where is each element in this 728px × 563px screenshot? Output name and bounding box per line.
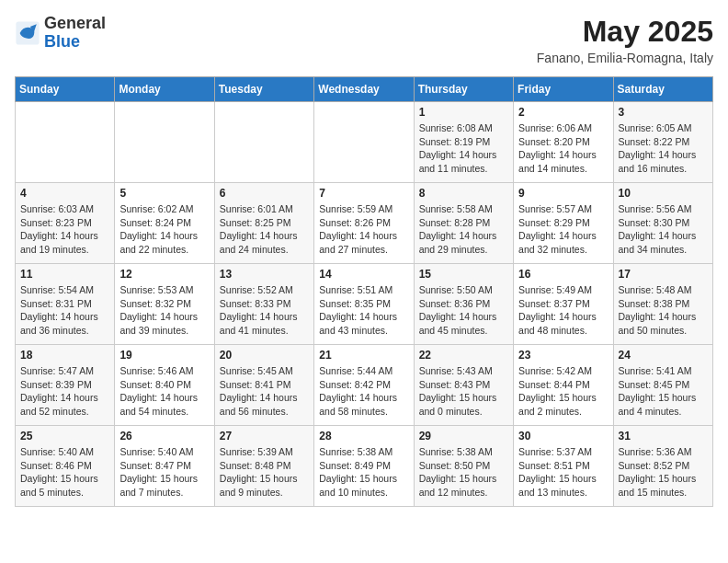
calendar-cell: 16Sunrise: 5:49 AM Sunset: 8:37 PM Dayli… xyxy=(514,264,613,345)
day-info: Sunrise: 5:39 AM Sunset: 8:48 PM Dayligh… xyxy=(220,445,309,500)
calendar-cell: 13Sunrise: 5:52 AM Sunset: 8:33 PM Dayli… xyxy=(214,264,313,345)
day-number: 4 xyxy=(20,187,109,200)
day-number: 22 xyxy=(419,349,508,362)
calendar-cell: 26Sunrise: 5:40 AM Sunset: 8:47 PM Dayli… xyxy=(115,426,214,507)
day-number: 6 xyxy=(220,187,309,200)
weekday-header-tuesday: Tuesday xyxy=(214,77,313,102)
day-number: 7 xyxy=(319,187,408,200)
calendar-table: SundayMondayTuesdayWednesdayThursdayFrid… xyxy=(15,76,713,507)
day-number: 21 xyxy=(319,349,408,362)
day-info: Sunrise: 5:59 AM Sunset: 8:26 PM Dayligh… xyxy=(319,202,408,257)
day-info: Sunrise: 5:40 AM Sunset: 8:46 PM Dayligh… xyxy=(20,445,109,500)
day-number: 8 xyxy=(419,187,508,200)
day-number: 31 xyxy=(619,430,708,442)
logo-text: General Blue xyxy=(44,15,106,52)
day-info: Sunrise: 5:40 AM Sunset: 8:47 PM Dayligh… xyxy=(119,445,209,500)
day-number: 20 xyxy=(220,349,309,362)
calendar-cell: 12Sunrise: 5:53 AM Sunset: 8:32 PM Dayli… xyxy=(115,264,214,345)
day-info: Sunrise: 5:51 AM Sunset: 8:35 PM Dayligh… xyxy=(319,283,408,338)
day-number: 5 xyxy=(119,187,209,200)
calendar-week-row: 25Sunrise: 5:40 AM Sunset: 8:46 PM Dayli… xyxy=(16,426,713,507)
calendar-cell: 19Sunrise: 5:46 AM Sunset: 8:40 PM Dayli… xyxy=(115,345,214,426)
page-header: General Blue May 2025 Fanano, Emilia-Rom… xyxy=(15,15,713,65)
day-info: Sunrise: 5:49 AM Sunset: 8:37 PM Dayligh… xyxy=(518,283,608,338)
day-number: 9 xyxy=(518,187,608,200)
calendar-cell xyxy=(16,102,115,183)
weekday-header-saturday: Saturday xyxy=(613,77,712,102)
day-number: 29 xyxy=(419,430,508,442)
calendar-cell: 31Sunrise: 5:36 AM Sunset: 8:52 PM Dayli… xyxy=(613,426,712,507)
day-number: 11 xyxy=(20,268,109,281)
day-info: Sunrise: 6:05 AM Sunset: 8:22 PM Dayligh… xyxy=(619,121,708,176)
calendar-cell: 11Sunrise: 5:54 AM Sunset: 8:31 PM Dayli… xyxy=(16,264,115,345)
calendar-week-row: 11Sunrise: 5:54 AM Sunset: 8:31 PM Dayli… xyxy=(16,264,713,345)
calendar-title: May 2025 xyxy=(537,15,713,49)
calendar-cell: 1Sunrise: 6:08 AM Sunset: 8:19 PM Daylig… xyxy=(414,102,513,183)
day-number: 18 xyxy=(20,349,109,362)
calendar-week-row: 1Sunrise: 6:08 AM Sunset: 8:19 PM Daylig… xyxy=(16,102,713,183)
day-info: Sunrise: 5:50 AM Sunset: 8:36 PM Dayligh… xyxy=(419,283,508,338)
calendar-cell xyxy=(115,102,214,183)
day-number: 23 xyxy=(518,349,608,362)
day-info: Sunrise: 5:52 AM Sunset: 8:33 PM Dayligh… xyxy=(220,283,309,338)
calendar-week-row: 18Sunrise: 5:47 AM Sunset: 8:39 PM Dayli… xyxy=(16,345,713,426)
day-number: 15 xyxy=(419,268,508,281)
calendar-cell: 30Sunrise: 5:37 AM Sunset: 8:51 PM Dayli… xyxy=(514,426,613,507)
weekday-header-thursday: Thursday xyxy=(414,77,513,102)
calendar-cell: 24Sunrise: 5:41 AM Sunset: 8:45 PM Dayli… xyxy=(613,345,712,426)
day-number: 19 xyxy=(119,349,209,362)
day-info: Sunrise: 5:38 AM Sunset: 8:49 PM Dayligh… xyxy=(319,445,408,500)
calendar-cell: 6Sunrise: 6:01 AM Sunset: 8:25 PM Daylig… xyxy=(214,183,313,264)
day-number: 1 xyxy=(419,106,508,119)
calendar-cell: 8Sunrise: 5:58 AM Sunset: 8:28 PM Daylig… xyxy=(414,183,513,264)
calendar-cell: 17Sunrise: 5:48 AM Sunset: 8:38 PM Dayli… xyxy=(613,264,712,345)
day-number: 17 xyxy=(619,268,708,281)
calendar-cell xyxy=(314,102,414,183)
title-area: May 2025 Fanano, Emilia-Romagna, Italy xyxy=(537,15,713,65)
day-info: Sunrise: 5:53 AM Sunset: 8:32 PM Dayligh… xyxy=(119,283,209,338)
calendar-cell: 18Sunrise: 5:47 AM Sunset: 8:39 PM Dayli… xyxy=(16,345,115,426)
day-info: Sunrise: 5:57 AM Sunset: 8:29 PM Dayligh… xyxy=(518,202,608,257)
day-info: Sunrise: 5:46 AM Sunset: 8:40 PM Dayligh… xyxy=(119,364,209,419)
day-info: Sunrise: 5:58 AM Sunset: 8:28 PM Dayligh… xyxy=(419,202,508,257)
calendar-cell: 5Sunrise: 6:02 AM Sunset: 8:24 PM Daylig… xyxy=(115,183,214,264)
day-number: 24 xyxy=(619,349,708,362)
day-info: Sunrise: 5:37 AM Sunset: 8:51 PM Dayligh… xyxy=(518,445,608,500)
day-info: Sunrise: 6:01 AM Sunset: 8:25 PM Dayligh… xyxy=(220,202,309,257)
calendar-cell: 2Sunrise: 6:06 AM Sunset: 8:20 PM Daylig… xyxy=(514,102,613,183)
weekday-header-monday: Monday xyxy=(115,77,214,102)
calendar-cell: 10Sunrise: 5:56 AM Sunset: 8:30 PM Dayli… xyxy=(613,183,712,264)
day-number: 3 xyxy=(619,106,708,119)
day-info: Sunrise: 6:08 AM Sunset: 8:19 PM Dayligh… xyxy=(419,121,508,176)
day-info: Sunrise: 5:36 AM Sunset: 8:52 PM Dayligh… xyxy=(619,445,708,500)
calendar-cell: 23Sunrise: 5:42 AM Sunset: 8:44 PM Dayli… xyxy=(514,345,613,426)
calendar-cell: 22Sunrise: 5:43 AM Sunset: 8:43 PM Dayli… xyxy=(414,345,513,426)
day-info: Sunrise: 6:02 AM Sunset: 8:24 PM Dayligh… xyxy=(119,202,209,257)
day-number: 16 xyxy=(518,268,608,281)
day-number: 27 xyxy=(220,430,309,442)
calendar-cell: 27Sunrise: 5:39 AM Sunset: 8:48 PM Dayli… xyxy=(214,426,313,507)
day-number: 12 xyxy=(119,268,209,281)
calendar-cell: 25Sunrise: 5:40 AM Sunset: 8:46 PM Dayli… xyxy=(16,426,115,507)
day-info: Sunrise: 6:06 AM Sunset: 8:20 PM Dayligh… xyxy=(518,121,608,176)
day-info: Sunrise: 5:54 AM Sunset: 8:31 PM Dayligh… xyxy=(20,283,109,338)
day-info: Sunrise: 5:44 AM Sunset: 8:42 PM Dayligh… xyxy=(319,364,408,419)
day-number: 30 xyxy=(518,430,608,442)
logo: General Blue xyxy=(15,15,106,52)
day-info: Sunrise: 5:48 AM Sunset: 8:38 PM Dayligh… xyxy=(619,283,708,338)
day-number: 2 xyxy=(518,106,608,119)
day-info: Sunrise: 5:56 AM Sunset: 8:30 PM Dayligh… xyxy=(619,202,708,257)
calendar-cell: 15Sunrise: 5:50 AM Sunset: 8:36 PM Dayli… xyxy=(414,264,513,345)
calendar-subtitle: Fanano, Emilia-Romagna, Italy xyxy=(537,51,713,65)
logo-icon xyxy=(15,20,40,46)
day-number: 13 xyxy=(220,268,309,281)
day-info: Sunrise: 5:41 AM Sunset: 8:45 PM Dayligh… xyxy=(619,364,708,419)
day-info: Sunrise: 5:45 AM Sunset: 8:41 PM Dayligh… xyxy=(220,364,309,419)
calendar-cell: 21Sunrise: 5:44 AM Sunset: 8:42 PM Dayli… xyxy=(314,345,414,426)
day-info: Sunrise: 6:03 AM Sunset: 8:23 PM Dayligh… xyxy=(20,202,109,257)
day-number: 14 xyxy=(319,268,408,281)
day-number: 28 xyxy=(319,430,408,442)
weekday-header-wednesday: Wednesday xyxy=(314,77,414,102)
day-info: Sunrise: 5:42 AM Sunset: 8:44 PM Dayligh… xyxy=(518,364,608,419)
day-info: Sunrise: 5:43 AM Sunset: 8:43 PM Dayligh… xyxy=(419,364,508,419)
